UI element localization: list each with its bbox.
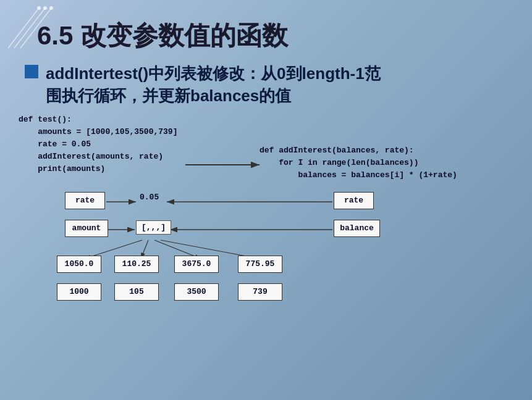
deco-lines-icon	[5, 5, 67, 60]
code-right: def addInterest(balances, rate): for I i…	[260, 144, 457, 181]
old-val-0: 1000	[57, 283, 101, 301]
slide-title: 6.5 改变参数值的函数	[37, 19, 513, 53]
old-val-2: 3500	[174, 283, 219, 301]
slide: 6.5 改变参数值的函数 addIntertest()中列表被修改：从0到len…	[0, 0, 532, 400]
rate-left-box: rate	[65, 192, 105, 209]
old-val-3: 739	[238, 283, 282, 301]
svg-line-1	[14, 8, 45, 48]
svg-line-0	[8, 8, 39, 48]
svg-point-3	[37, 6, 41, 10]
rate-value-label: 0.05	[140, 193, 159, 202]
balance-box: balance	[334, 220, 380, 237]
new-val-2: 3675.0	[174, 256, 219, 273]
bullet-text: addIntertest()中列表被修改：从0到length-1范围执行循环，并…	[46, 62, 381, 107]
old-val-1: 105	[114, 283, 159, 301]
new-val-1: 110.25	[114, 256, 159, 273]
new-val-0: 1050.0	[57, 256, 101, 273]
svg-point-5	[49, 6, 53, 10]
code-left: def test(): amounts = [1000,105,3500,739…	[19, 114, 177, 176]
title-section: 6.5 改变参数值的函数	[37, 19, 513, 53]
list-value-label: [,,,]	[136, 220, 171, 235]
svg-line-2	[20, 8, 51, 48]
svg-point-4	[43, 6, 47, 10]
amount-box: amount	[65, 220, 108, 237]
bullet-section: addIntertest()中列表被修改：从0到length-1范围执行循环，并…	[25, 62, 513, 107]
new-val-3: 775.95	[238, 256, 282, 273]
rate-right-box: rate	[334, 192, 374, 209]
bullet-icon	[25, 65, 38, 78]
